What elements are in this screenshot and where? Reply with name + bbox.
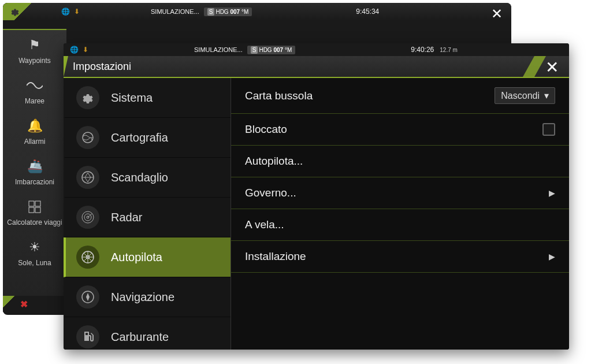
svg-rect-3 bbox=[35, 207, 40, 213]
clock: 9:40:26 bbox=[411, 46, 434, 54]
sidebar-item-sunmoon[interactable]: ☀ Sole, Luna bbox=[3, 232, 66, 273]
bell-icon: 🔔 bbox=[25, 117, 44, 135]
clock: 9:45:34 bbox=[356, 8, 379, 16]
globe-icon: 🌐 bbox=[61, 7, 70, 16]
sidebar-item-alarms[interactable]: 🔔 Allarmi bbox=[3, 111, 66, 151]
download-icon: ⬇ bbox=[81, 45, 90, 54]
heading-indicator: SHDG 007 °M bbox=[247, 46, 296, 54]
sonar-icon bbox=[76, 166, 99, 189]
compass-icon bbox=[76, 285, 99, 309]
locked-checkbox[interactable] bbox=[542, 123, 555, 136]
options-panel: Carta bussola Nascondi ▾ Bloccato Autopi… bbox=[231, 78, 569, 350]
svg-rect-2 bbox=[29, 207, 34, 213]
simulation-label: SIMULAZIONE... bbox=[194, 46, 243, 53]
settings-header: Impostazioni ✕ bbox=[64, 56, 569, 78]
category-label: Navigazione bbox=[111, 291, 174, 304]
settings-corner-button[interactable] bbox=[3, 3, 43, 20]
option-autopilot[interactable]: Autopilota... bbox=[231, 146, 569, 177]
tool-label: Waypoints bbox=[18, 57, 51, 65]
category-system[interactable]: Sistema bbox=[64, 78, 231, 118]
exit-button[interactable]: ✖ bbox=[3, 296, 66, 312]
chevron-right-icon: ▶ bbox=[549, 252, 555, 261]
sidebar-item-tides[interactable]: Maree bbox=[3, 70, 66, 111]
back-topbar: 🌐 ⬇ SIMULAZIONE... SHDG 007 °M 9:45:34 ✕ bbox=[3, 3, 511, 20]
category-fuel[interactable]: Carburante bbox=[64, 317, 231, 350]
svg-rect-0 bbox=[29, 201, 34, 206]
option-label: Autopilota... bbox=[245, 155, 303, 168]
tool-label: Allarmi bbox=[24, 138, 46, 146]
category-sonar[interactable]: Scandaglio bbox=[64, 158, 231, 198]
tool-label: Imbarcazioni bbox=[15, 178, 54, 186]
category-label: Sistema bbox=[111, 91, 153, 105]
depth-reading: 12.7 m bbox=[440, 47, 458, 53]
radar-icon bbox=[76, 206, 99, 229]
calculator-icon bbox=[25, 198, 44, 216]
status-icons: 🌐 ⬇ bbox=[69, 45, 90, 54]
tool-label: Calcolatore viaggi bbox=[7, 218, 62, 226]
chevron-down-icon: ▾ bbox=[544, 90, 549, 101]
category-label: Carburante bbox=[111, 330, 169, 344]
svg-point-4 bbox=[83, 132, 93, 143]
settings-title: Impostazioni bbox=[73, 61, 131, 73]
category-autopilot[interactable]: Autopilota bbox=[64, 237, 231, 277]
chevron-right-icon: ▶ bbox=[549, 188, 555, 198]
wheel-icon bbox=[76, 246, 99, 269]
simulation-label: SIMULAZIONE... bbox=[151, 8, 199, 15]
svg-rect-1 bbox=[35, 201, 40, 206]
category-label: Radar bbox=[111, 211, 142, 224]
tool-label: Maree bbox=[25, 97, 44, 105]
category-chart[interactable]: Cartografia bbox=[64, 118, 231, 158]
category-label: Autopilota bbox=[111, 251, 162, 264]
ship-icon: 🚢 bbox=[25, 157, 44, 176]
sidebar-item-tripcalc[interactable]: Calcolatore viaggi bbox=[3, 192, 66, 232]
close-button[interactable]: ✕ bbox=[534, 56, 569, 78]
option-label: Carta bussola bbox=[245, 90, 313, 102]
settings-window: 🌐 ⬇ SIMULAZIONE... SHDG 007 °M 9:40:26 1… bbox=[64, 43, 569, 350]
gear-icon bbox=[10, 6, 20, 17]
gear-icon bbox=[76, 86, 99, 109]
category-label: Scandaglio bbox=[111, 171, 168, 184]
front-topbar: 🌐 ⬇ SIMULAZIONE... SHDG 007 °M 9:40:26 1… bbox=[64, 43, 569, 56]
fuel-icon bbox=[76, 325, 99, 348]
download-icon: ⬇ bbox=[72, 7, 81, 16]
flag-icon: ⚑ bbox=[25, 36, 44, 54]
category-navigation[interactable]: Navigazione bbox=[64, 277, 231, 317]
tools-sidebar: ⚑ Waypoints Maree 🔔 Allarmi 🚢 Imbarcazio… bbox=[3, 29, 66, 312]
option-label: Installazione bbox=[245, 250, 306, 263]
close-icon: ✖ bbox=[20, 299, 28, 310]
sidebar-item-vessels[interactable]: 🚢 Imbarcazioni bbox=[3, 151, 66, 192]
sidebar-item-waypoints[interactable]: ⚑ Waypoints bbox=[3, 30, 66, 70]
wave-icon bbox=[25, 76, 44, 95]
option-locked[interactable]: Bloccato bbox=[231, 114, 569, 146]
option-steering[interactable]: Governo... ▶ bbox=[231, 177, 569, 209]
option-label: Bloccato bbox=[245, 123, 287, 136]
globe-icon: 🌐 bbox=[69, 45, 79, 54]
sun-icon: ☀ bbox=[25, 238, 44, 257]
category-radar[interactable]: Radar bbox=[64, 198, 231, 237]
category-list: Sistema Cartografia Scandaglio Radar Aut… bbox=[64, 78, 231, 350]
heading-indicator: SHDG 007 °M bbox=[204, 8, 252, 16]
option-label: Governo... bbox=[245, 187, 296, 199]
close-button[interactable]: ✕ bbox=[491, 6, 503, 22]
option-sailing[interactable]: A vela... bbox=[231, 209, 569, 241]
option-label: A vela... bbox=[245, 218, 284, 231]
option-compass-chart[interactable]: Carta bussola Nascondi ▾ bbox=[231, 78, 569, 114]
compass-chart-dropdown[interactable]: Nascondi ▾ bbox=[495, 87, 555, 104]
category-label: Cartografia bbox=[111, 131, 168, 144]
map-icon bbox=[76, 126, 99, 149]
option-installation[interactable]: Installazione ▶ bbox=[231, 241, 569, 273]
status-icons: 🌐 ⬇ bbox=[61, 7, 81, 16]
tool-label: Sole, Luna bbox=[18, 259, 51, 267]
settings-body: Sistema Cartografia Scandaglio Radar Aut… bbox=[64, 78, 569, 350]
